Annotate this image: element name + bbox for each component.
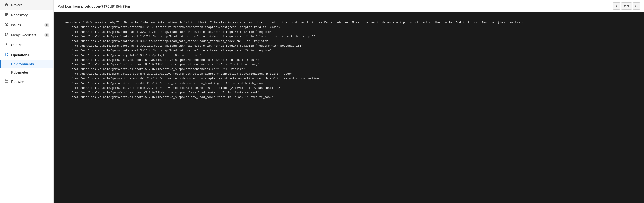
- sidebar-sub-item-kubernetes-label: Kubernetes: [11, 70, 29, 74]
- ci-cd-icon: [4, 43, 9, 47]
- registry-icon: [4, 79, 9, 84]
- scroll-bottom-icon: ▼▼: [623, 4, 630, 8]
- refresh-button[interactable]: ↻: [633, 2, 640, 10]
- issues-badge: 0: [44, 23, 50, 27]
- scroll-bottom-button[interactable]: ▼▼: [621, 2, 632, 10]
- svg-point-6: [5, 33, 6, 34]
- sidebar: Project Repository Issues 0 Merge Reques…: [0, 0, 54, 203]
- sidebar-item-repository-label: Repository: [11, 13, 28, 17]
- log-area[interactable]: /usr/local/lib/ruby/site_ruby/2.5.0/bund…: [54, 12, 644, 203]
- sidebar-item-repository[interactable]: Repository: [0, 10, 53, 20]
- pod-logs-title: Pod logs from production-7475d84f5-lr79m: [58, 4, 611, 8]
- sidebar-item-ci-cd-label: CI / CD: [11, 43, 22, 47]
- sidebar-item-registry[interactable]: Registry: [0, 76, 53, 86]
- svg-point-7: [7, 33, 8, 34]
- svg-point-9: [6, 54, 7, 55]
- sidebar-sub-item-environments[interactable]: Environments: [0, 60, 53, 68]
- svg-rect-0: [5, 13, 8, 14]
- home-icon: [4, 3, 9, 7]
- svg-rect-5: [6, 25, 6, 26]
- scroll-top-icon: ▲: [615, 4, 618, 8]
- pod-logs-title-prefix: Pod logs from: [58, 4, 81, 8]
- log-content: /usr/local/lib/ruby/site_ruby/2.5.0/bund…: [58, 21, 526, 99]
- pod-logs-header: Pod logs from production-7475d84f5-lr79m…: [54, 0, 644, 12]
- issues-icon: [4, 23, 9, 27]
- sidebar-item-operations[interactable]: Operations: [0, 50, 53, 60]
- sidebar-item-operations-label: Operations: [11, 53, 29, 57]
- merge-requests-icon: [4, 33, 9, 37]
- sidebar-sub-item-environments-label: Environments: [11, 62, 34, 66]
- operations-icon: [4, 53, 9, 57]
- sidebar-item-registry-label: Registry: [11, 80, 24, 83]
- svg-rect-2: [5, 15, 7, 15]
- sidebar-item-project[interactable]: Project: [0, 0, 53, 10]
- svg-rect-4: [6, 24, 6, 25]
- sidebar-item-merge-requests-label: Merge Requests: [11, 33, 36, 37]
- svg-rect-10: [5, 80, 8, 82]
- merge-requests-badge: 0: [44, 33, 50, 37]
- svg-rect-1: [5, 14, 8, 14]
- sidebar-item-project-label: Project: [11, 3, 22, 7]
- sidebar-item-issues[interactable]: Issues 0: [0, 20, 53, 30]
- sidebar-sub-item-kubernetes[interactable]: Kubernetes: [0, 68, 53, 76]
- main-content: Pod logs from production-7475d84f5-lr79m…: [54, 0, 644, 203]
- sidebar-item-ci-cd[interactable]: CI / CD: [0, 40, 53, 50]
- pod-logs-pod-name: production-7475d84f5-lr79m: [81, 4, 130, 8]
- sidebar-item-merge-requests[interactable]: Merge Requests 0: [0, 30, 53, 40]
- repository-icon: [4, 13, 9, 17]
- refresh-icon: ↻: [635, 4, 638, 8]
- sidebar-item-issues-label: Issues: [11, 23, 21, 27]
- scroll-top-button[interactable]: ▲: [613, 2, 620, 10]
- header-actions: ▲ ▼▼ ↻: [613, 2, 640, 10]
